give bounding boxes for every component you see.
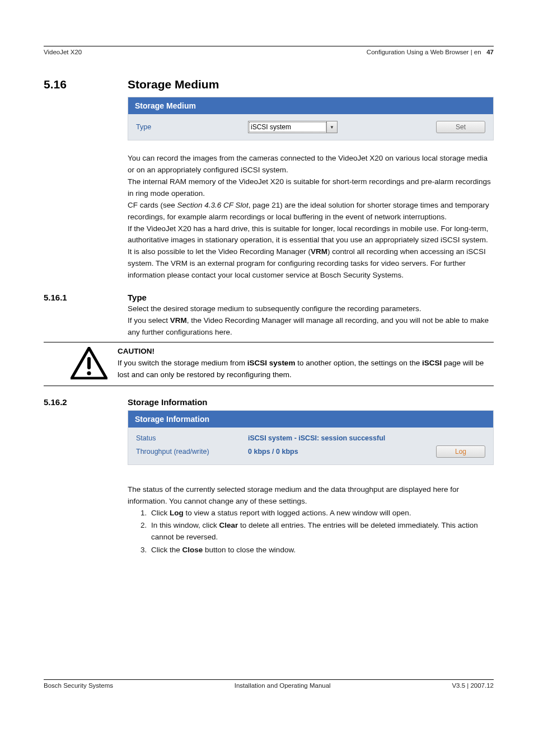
section-number-5-16: 5.16	[44, 78, 128, 91]
p4: If the VideoJet X20 has a hard drive, th…	[128, 223, 494, 247]
section-title-storage-medium: Storage Medium	[128, 78, 219, 91]
step-3: Click the Close button to close the wind…	[149, 544, 494, 556]
panel-header-storage-info: Storage Information	[128, 411, 493, 428]
panel-header-storage-medium: Storage Medium	[128, 97, 493, 114]
type-p1: Select the desired storage medium to sub…	[128, 303, 494, 315]
chevron-down-icon[interactable]: ▼	[327, 121, 337, 133]
p3: CF cards (see Section 4.3.6 CF Slot, pag…	[128, 200, 494, 223]
page-number: 47	[486, 49, 494, 55]
type-dropdown[interactable]: iSCSI system ▼	[248, 121, 338, 133]
section-number-5-16-2: 5.16.2	[44, 397, 128, 407]
header-right: Configuration Using a Web Browser | en 4…	[367, 49, 494, 55]
footer-rule	[44, 679, 494, 680]
section-title-type: Type	[128, 293, 147, 302]
throughput-label: Throughput (read/write)	[136, 448, 242, 456]
status-value: iSCSI system - iSCSI: session successful	[248, 434, 485, 442]
section-number-5-16-1: 5.16.1	[44, 293, 128, 302]
p1: You can record the images from the camer…	[128, 153, 494, 176]
step-1: Click Log to view a status report with l…	[149, 508, 494, 519]
footer-left: Bosch Security Systems	[44, 682, 113, 689]
log-button[interactable]: Log	[436, 445, 485, 458]
body-5-16-2: The status of the currently selected sto…	[128, 484, 494, 557]
svg-point-2	[87, 372, 91, 375]
p5: It is also possible to let the Video Rec…	[128, 246, 494, 281]
si-p1: The status of the currently selected sto…	[128, 484, 494, 508]
footer-right: V3.5 | 2007.12	[452, 682, 494, 689]
header-rule	[44, 46, 494, 46]
caution-text: CAUTION! If you switch the storage mediu…	[118, 346, 494, 381]
page-footer: Bosch Security Systems Installation and …	[44, 679, 494, 689]
body-5-16-1: Select the desired storage medium to sub…	[128, 303, 494, 339]
type-dropdown-value: iSCSI system	[249, 121, 327, 133]
header-left: VideoJet X20	[44, 49, 82, 55]
p2: The internal RAM memory of the VideoJet …	[128, 176, 494, 200]
caution-heading: CAUTION!	[118, 347, 154, 355]
warning-icon	[68, 346, 110, 381]
throughput-value: 0 kbps / 0 kbps	[248, 448, 430, 456]
type-p2: If you select VRM, the Video Recording M…	[128, 315, 494, 339]
storage-information-panel: Storage Information Status iSCSI system …	[128, 410, 494, 465]
status-label: Status	[136, 434, 242, 442]
caution-block: CAUTION! If you switch the storage mediu…	[44, 342, 494, 386]
header-right-label: Configuration Using a Web Browser | en	[367, 49, 481, 55]
type-label: Type	[136, 123, 242, 131]
storage-medium-panel: Storage Medium Type iSCSI system ▼ Set	[128, 97, 494, 140]
cf-slot-ref: Section 4.3.6 CF Slot	[177, 201, 249, 209]
body-5-16: You can record the images from the camer…	[128, 153, 494, 281]
set-button[interactable]: Set	[436, 121, 485, 133]
section-title-storage-information: Storage Information	[128, 397, 208, 407]
footer-center: Installation and Operating Manual	[235, 682, 331, 689]
svg-rect-1	[87, 357, 91, 369]
step-2: In this window, click Clear to delete al…	[149, 520, 494, 543]
page-header: VideoJet X20 Configuration Using a Web B…	[44, 49, 494, 55]
steps-list: Click Log to view a status report with l…	[128, 508, 494, 557]
